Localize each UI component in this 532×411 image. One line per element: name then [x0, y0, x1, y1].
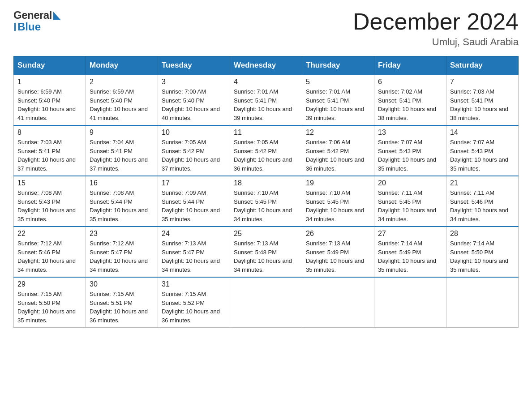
day-number: 24 [162, 230, 226, 238]
page-header: General Blue December 2024 Umluj, Saudi … [13, 9, 519, 48]
day-info: Sunrise: 7:13 AMSunset: 5:47 PMDaylight:… [162, 239, 226, 274]
day-info: Sunrise: 7:11 AMSunset: 5:45 PMDaylight:… [378, 188, 442, 223]
calendar-cell: 24Sunrise: 7:13 AMSunset: 5:47 PMDayligh… [158, 227, 230, 277]
calendar-cell: 11Sunrise: 7:05 AMSunset: 5:42 PMDayligh… [230, 125, 302, 176]
header-thursday: Thursday [302, 56, 374, 75]
day-info: Sunrise: 7:14 AMSunset: 5:50 PMDaylight:… [450, 239, 515, 274]
day-number: 17 [162, 179, 226, 187]
day-info: Sunrise: 7:10 AMSunset: 5:45 PMDaylight:… [234, 188, 298, 223]
day-number: 11 [234, 128, 298, 137]
day-info: Sunrise: 7:09 AMSunset: 5:44 PMDaylight:… [162, 188, 226, 223]
day-number: 14 [450, 128, 515, 137]
calendar-cell: 21Sunrise: 7:11 AMSunset: 5:46 PMDayligh… [446, 176, 519, 227]
day-info: Sunrise: 7:05 AMSunset: 5:42 PMDaylight:… [162, 138, 226, 173]
day-info: Sunrise: 7:05 AMSunset: 5:42 PMDaylight:… [234, 138, 298, 173]
day-info: Sunrise: 7:03 AMSunset: 5:41 PMDaylight:… [17, 138, 82, 173]
day-number: 31 [162, 280, 226, 288]
day-number: 10 [162, 128, 226, 137]
day-info: Sunrise: 7:15 AMSunset: 5:52 PMDaylight:… [162, 290, 226, 325]
calendar-cell: 1Sunrise: 6:59 AMSunset: 5:40 PMDaylight… [14, 75, 86, 125]
header-row: Sunday Monday Tuesday Wednesday Thursday… [14, 56, 519, 75]
calendar-cell: 7Sunrise: 7:03 AMSunset: 5:41 PMDaylight… [446, 75, 519, 125]
title-area: December 2024 Umluj, Saudi Arabia [353, 9, 519, 48]
calendar-cell: 22Sunrise: 7:12 AMSunset: 5:46 PMDayligh… [14, 227, 86, 277]
day-number: 26 [306, 230, 370, 238]
calendar-header: Sunday Monday Tuesday Wednesday Thursday… [14, 56, 519, 75]
logo-blue-text: Blue [17, 21, 41, 33]
day-info: Sunrise: 7:11 AMSunset: 5:46 PMDaylight:… [450, 188, 515, 223]
day-number: 13 [378, 128, 442, 137]
calendar-cell: 3Sunrise: 7:00 AMSunset: 5:40 PMDaylight… [158, 75, 230, 125]
day-number: 21 [450, 179, 515, 187]
calendar-cell: 16Sunrise: 7:08 AMSunset: 5:44 PMDayligh… [86, 176, 158, 227]
day-info: Sunrise: 7:15 AMSunset: 5:50 PMDaylight:… [17, 290, 82, 325]
calendar-cell: 15Sunrise: 7:08 AMSunset: 5:43 PMDayligh… [14, 176, 86, 227]
day-info: Sunrise: 7:00 AMSunset: 5:40 PMDaylight:… [162, 87, 226, 122]
day-info: Sunrise: 7:07 AMSunset: 5:43 PMDaylight:… [450, 138, 515, 173]
calendar-week-3: 15Sunrise: 7:08 AMSunset: 5:43 PMDayligh… [14, 176, 519, 227]
day-info: Sunrise: 7:07 AMSunset: 5:43 PMDaylight:… [378, 138, 442, 173]
location-subtitle: Umluj, Saudi Arabia [353, 36, 519, 48]
day-number: 2 [90, 78, 154, 86]
calendar-cell: 31Sunrise: 7:15 AMSunset: 5:52 PMDayligh… [158, 277, 230, 328]
calendar-cell: 6Sunrise: 7:02 AMSunset: 5:41 PMDaylight… [374, 75, 446, 125]
calendar-cell: 10Sunrise: 7:05 AMSunset: 5:42 PMDayligh… [158, 125, 230, 176]
calendar-cell: 8Sunrise: 7:03 AMSunset: 5:41 PMDaylight… [14, 125, 86, 176]
calendar-cell: 12Sunrise: 7:06 AMSunset: 5:42 PMDayligh… [302, 125, 374, 176]
calendar-body: 1Sunrise: 6:59 AMSunset: 5:40 PMDaylight… [14, 75, 519, 328]
calendar-week-2: 8Sunrise: 7:03 AMSunset: 5:41 PMDaylight… [14, 125, 519, 176]
header-tuesday: Tuesday [158, 56, 230, 75]
day-info: Sunrise: 7:08 AMSunset: 5:44 PMDaylight:… [90, 188, 154, 223]
calendar-cell: 28Sunrise: 7:14 AMSunset: 5:50 PMDayligh… [446, 227, 519, 277]
calendar-cell [446, 277, 519, 328]
calendar-cell: 13Sunrise: 7:07 AMSunset: 5:43 PMDayligh… [374, 125, 446, 176]
day-info: Sunrise: 7:01 AMSunset: 5:41 PMDaylight:… [306, 87, 370, 122]
day-number: 8 [17, 128, 82, 137]
day-number: 19 [306, 179, 370, 187]
day-info: Sunrise: 6:59 AMSunset: 5:40 PMDaylight:… [90, 87, 154, 122]
day-info: Sunrise: 7:02 AMSunset: 5:41 PMDaylight:… [378, 87, 442, 122]
day-info: Sunrise: 7:10 AMSunset: 5:45 PMDaylight:… [306, 188, 370, 223]
day-number: 5 [306, 78, 370, 86]
logo: General Blue [13, 9, 60, 33]
day-number: 20 [378, 179, 442, 187]
day-number: 6 [378, 78, 442, 86]
calendar-week-1: 1Sunrise: 6:59 AMSunset: 5:40 PMDaylight… [14, 75, 519, 125]
day-info: Sunrise: 7:01 AMSunset: 5:41 PMDaylight:… [234, 87, 298, 122]
month-title: December 2024 [353, 9, 519, 34]
calendar-cell: 14Sunrise: 7:07 AMSunset: 5:43 PMDayligh… [446, 125, 519, 176]
calendar-cell: 20Sunrise: 7:11 AMSunset: 5:45 PMDayligh… [374, 176, 446, 227]
day-number: 1 [17, 78, 82, 86]
logo-general-text: General [13, 9, 52, 21]
calendar-cell [230, 277, 302, 328]
day-info: Sunrise: 7:12 AMSunset: 5:47 PMDaylight:… [90, 239, 154, 274]
day-info: Sunrise: 7:15 AMSunset: 5:51 PMDaylight:… [90, 290, 154, 325]
calendar-cell: 27Sunrise: 7:14 AMSunset: 5:49 PMDayligh… [374, 227, 446, 277]
header-monday: Monday [86, 56, 158, 75]
header-wednesday: Wednesday [230, 56, 302, 75]
day-number: 22 [17, 230, 82, 238]
calendar-cell: 9Sunrise: 7:04 AMSunset: 5:41 PMDaylight… [86, 125, 158, 176]
day-info: Sunrise: 7:12 AMSunset: 5:46 PMDaylight:… [17, 239, 82, 274]
day-number: 3 [162, 78, 226, 86]
calendar-cell: 19Sunrise: 7:10 AMSunset: 5:45 PMDayligh… [302, 176, 374, 227]
day-info: Sunrise: 7:08 AMSunset: 5:43 PMDaylight:… [17, 188, 82, 223]
calendar-cell: 5Sunrise: 7:01 AMSunset: 5:41 PMDaylight… [302, 75, 374, 125]
day-number: 25 [234, 230, 298, 238]
day-info: Sunrise: 7:14 AMSunset: 5:49 PMDaylight:… [378, 239, 442, 274]
day-number: 29 [17, 280, 82, 288]
calendar-cell: 30Sunrise: 7:15 AMSunset: 5:51 PMDayligh… [86, 277, 158, 328]
header-sunday: Sunday [14, 56, 86, 75]
calendar-week-5: 29Sunrise: 7:15 AMSunset: 5:50 PMDayligh… [14, 277, 519, 328]
calendar-table: Sunday Monday Tuesday Wednesday Thursday… [13, 56, 519, 328]
day-number: 12 [306, 128, 370, 137]
calendar-cell [302, 277, 374, 328]
calendar-cell: 18Sunrise: 7:10 AMSunset: 5:45 PMDayligh… [230, 176, 302, 227]
calendar-week-4: 22Sunrise: 7:12 AMSunset: 5:46 PMDayligh… [14, 227, 519, 277]
day-info: Sunrise: 6:59 AMSunset: 5:40 PMDaylight:… [17, 87, 82, 122]
calendar-cell: 26Sunrise: 7:13 AMSunset: 5:49 PMDayligh… [302, 227, 374, 277]
calendar-cell: 23Sunrise: 7:12 AMSunset: 5:47 PMDayligh… [86, 227, 158, 277]
day-number: 9 [90, 128, 154, 137]
calendar-cell: 4Sunrise: 7:01 AMSunset: 5:41 PMDaylight… [230, 75, 302, 125]
day-number: 28 [450, 230, 515, 238]
